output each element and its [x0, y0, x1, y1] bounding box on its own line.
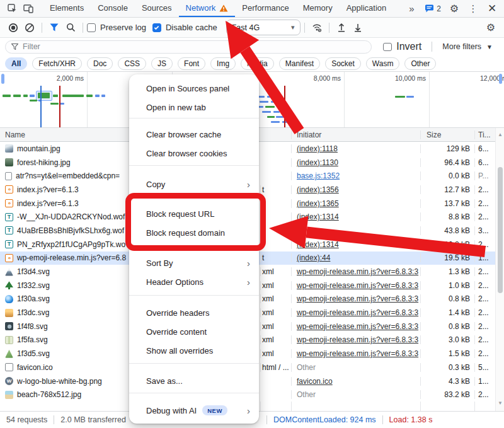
device-toolbar-icon[interactable] — [20, 2, 37, 16]
request-initiator-link[interactable]: wp-emoji-release.min.js?ver=6.8.3:3 — [297, 267, 418, 276]
waterfall-segment — [30, 95, 35, 97]
chevron-down-icon: ▼ — [486, 43, 493, 50]
menu-item-override-content[interactable]: Override content — [129, 322, 259, 341]
network-conditions-icon[interactable] — [309, 20, 325, 35]
filter-chip-socket[interactable]: Socket — [325, 57, 361, 70]
scrollbar-thumb[interactable] — [498, 167, 503, 293]
preserve-log-label[interactable]: Preserve log — [100, 23, 146, 32]
overview-window-handle[interactable] — [499, 74, 502, 84]
request-initiator-link[interactable]: (index):1314 — [297, 240, 339, 249]
filter-chip-css[interactable]: CSS — [118, 57, 146, 70]
network-settings-gear-icon[interactable]: ⚙ — [483, 20, 499, 35]
request-initiator-link[interactable]: wp-emoji-release.min.js?ver=6.8.3:3 — [297, 349, 418, 358]
emoji-wave-icon — [5, 295, 13, 303]
tab-performance[interactable]: Performance — [235, 0, 295, 17]
request-initiator-link[interactable]: (index):1130 — [297, 158, 338, 167]
scroll-up-icon[interactable]: ▲ — [496, 131, 504, 139]
clear-network-log-button[interactable] — [21, 20, 38, 35]
column-header-size[interactable]: Size — [420, 130, 474, 139]
tab-memory[interactable]: Memory — [296, 0, 340, 17]
menu-item-debug-with-ai[interactable]: Debug with AINEW› — [129, 401, 259, 420]
menu-item-sort-by[interactable]: Sort By› — [129, 253, 259, 272]
request-initiator-link[interactable]: base.js:1352 — [297, 171, 340, 180]
search-icon[interactable] — [62, 20, 79, 35]
request-initiator-link[interactable]: (index):1314 — [297, 212, 339, 221]
menu-item-header-options[interactable]: Header Options› — [129, 272, 259, 291]
more-tabs-button[interactable]: » — [403, 2, 420, 16]
table-scrollbar[interactable]: ▲ ▼ — [495, 128, 504, 411]
close-devtools-icon[interactable]: ✕ — [484, 2, 500, 16]
settings-gear-icon[interactable]: ⚙ — [446, 2, 462, 16]
tab-network[interactable]: Network — [179, 0, 236, 17]
preserve-log-checkbox[interactable] — [87, 23, 96, 32]
request-size: 10.8 kB — [420, 240, 474, 249]
filter-input[interactable]: Filter — [5, 40, 372, 54]
menu-item-override-headers[interactable]: Override headers — [129, 303, 259, 322]
tab-sources[interactable]: Sources — [135, 0, 179, 17]
menu-item-show-all-overrides[interactable]: Show all overrides — [129, 341, 259, 360]
request-name: 1f3dc.svg — [17, 308, 49, 317]
column-header-initiator[interactable]: Initiator — [291, 130, 420, 139]
request-initiator-link[interactable]: (index):1356 — [297, 185, 339, 194]
request-initiator-link[interactable]: (index):1118 — [297, 144, 338, 153]
invert-checkbox[interactable] — [383, 43, 392, 51]
request-size: 43.8 kB — [420, 226, 474, 235]
menu-item-save-as[interactable]: Save as... — [129, 371, 259, 390]
menu-item-open-in-sources-panel[interactable]: Open in Sources panel — [129, 79, 259, 98]
filter-chip-js[interactable]: JS — [151, 57, 173, 70]
overview-tick-label: 8,000 ms — [314, 74, 344, 82]
scroll-down-icon[interactable]: ▼ — [496, 400, 504, 407]
overview-window-handle[interactable] — [1, 74, 4, 84]
throttling-select[interactable]: Fast 4G ▾ — [226, 20, 301, 35]
filter-chip-all[interactable]: All — [5, 57, 27, 70]
menu-item-label: Clear browser cache — [146, 130, 221, 139]
disable-cache-checkbox[interactable] — [152, 23, 161, 32]
waterfall-segment — [60, 103, 64, 105]
request-initiator-link[interactable]: favicon.ico — [297, 377, 333, 386]
issues-button[interactable]: 2 — [422, 4, 444, 13]
request-initiator-link[interactable]: (index):1365 — [297, 199, 339, 208]
filter-chip-other[interactable]: Other — [404, 57, 436, 70]
request-initiator-link[interactable]: wp-emoji-release.min.js?ver=6.8.3:3 — [297, 294, 418, 303]
request-initiator-link[interactable]: wp-emoji-release.min.js?ver=6.8.3:3 — [297, 308, 418, 317]
transferred-size: 2.0 MB transferred — [54, 415, 132, 424]
script-icon: ‹› — [5, 254, 13, 262]
more-filters-button[interactable]: More filters ▼ — [436, 42, 499, 51]
menu-item-open-in-new-tab[interactable]: Open in new tab — [129, 98, 259, 117]
request-size: 8.8 kB — [420, 212, 474, 221]
filter-chip-media[interactable]: Media — [241, 57, 274, 70]
filter-toggle-icon[interactable] — [46, 20, 62, 35]
request-initiator-link[interactable]: (index):44 — [297, 253, 330, 262]
menu-item-clear-browser-cache[interactable]: Clear browser cache — [129, 125, 259, 144]
emoji-camping-icon — [5, 350, 13, 358]
request-initiator-link[interactable]: wp-emoji-release.min.js?ver=6.8.3:3 — [297, 281, 418, 290]
tab-application[interactable]: Application — [340, 0, 394, 17]
request-type: xml — [260, 308, 291, 317]
filter-chip-img[interactable]: Img — [210, 57, 236, 70]
filter-chip-wasm[interactable]: Wasm — [366, 57, 400, 70]
record-network-log-button[interactable] — [5, 20, 21, 35]
filter-chip-font[interactable]: Font — [178, 57, 205, 70]
request-time: 2... — [474, 267, 495, 276]
kebab-menu-icon[interactable]: ⋮ — [465, 2, 481, 16]
emoji-tree-icon — [5, 281, 13, 289]
export-har-icon[interactable] — [350, 20, 366, 35]
request-name: favicon.ico — [17, 363, 53, 372]
tab-elements[interactable]: Elements — [43, 0, 91, 17]
disable-cache-label[interactable]: Disable cache — [166, 23, 217, 32]
tab-console[interactable]: Console — [91, 0, 135, 17]
request-initiator-link[interactable]: wp-emoji-release.min.js?ver=6.8.3:3 — [297, 322, 418, 331]
plain-file-icon — [5, 363, 13, 371]
filter-chip-manifest[interactable]: Manifest — [279, 57, 320, 70]
menu-item-clear-browser-cookies[interactable]: Clear browser cookies — [129, 144, 259, 163]
invert-filter[interactable]: Invert — [383, 41, 428, 52]
inspect-element-icon[interactable] — [4, 2, 20, 16]
menu-item-copy[interactable]: Copy› — [129, 175, 259, 194]
filter-chip-fetch-xhr[interactable]: Fetch/XHR — [32, 57, 82, 70]
request-initiator-link[interactable]: wp-emoji-release.min.js?ver=6.8.3:3 — [297, 335, 418, 344]
menu-item-label: Header Options — [146, 277, 203, 287]
import-har-icon[interactable] — [333, 20, 350, 35]
column-header-time[interactable]: Ti... — [474, 130, 495, 139]
filter-chip-doc[interactable]: Doc — [87, 57, 113, 70]
request-size: 0.8 kB — [420, 322, 474, 331]
